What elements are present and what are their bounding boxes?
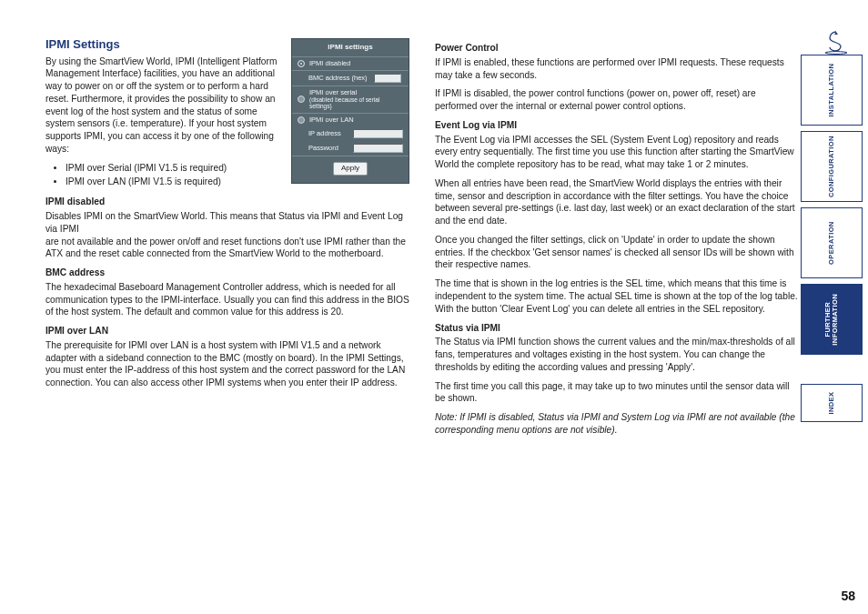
heading-ipmi-disabled: IPMI disabled	[45, 196, 409, 208]
shot-pwd-row: Password	[292, 141, 409, 156]
ipmi-settings-screenshot: IPMI settings IPMI disabled BMC address …	[291, 38, 409, 184]
shot-opt-disabled[interactable]: IPMI disabled	[292, 56, 409, 70]
shot-pwd-input[interactable]	[353, 144, 403, 153]
shot-bmc-input[interactable]	[374, 74, 401, 83]
adder-snake-icon	[823, 31, 850, 55]
para-power-1: If IPMI is enabled, these functions are …	[435, 56, 799, 82]
heading-bmc-address: BMC address	[45, 267, 409, 279]
tab-further-information[interactable]: FURTHER INFORMATION	[801, 284, 863, 355]
shot-bmc-row: BMC address (hex)	[292, 70, 409, 86]
para-bmc: The hexadecimal Baseboard Management Con…	[45, 281, 409, 318]
shot-title: IPMI settings	[292, 39, 409, 56]
para-event-3: Once you changed the filter settings, cl…	[435, 234, 799, 271]
heading-event-log: Event Log via IPMI	[435, 119, 799, 132]
shot-ip-row: IP address	[292, 126, 409, 141]
side-tabs: INSTALLATION CONFIGURATION OPERATION FUR…	[801, 55, 863, 422]
shot-opt-lan[interactable]: IPMI over LAN	[292, 113, 409, 126]
para-power-2: If IPMI is disabled, the power control f…	[435, 87, 799, 113]
right-column: Power Control If IPMI is enabled, these …	[435, 36, 799, 443]
para-event-4: The time that is shown in the log entrie…	[435, 277, 799, 315]
tab-configuration[interactable]: CONFIGURATION	[801, 131, 863, 202]
tab-index[interactable]: INDEX	[801, 384, 863, 422]
note-ipmi-disabled: Note: If IPMI is disabled, Status via IP…	[435, 411, 799, 437]
shot-opt-serial[interactable]: IPMI over serial (disabled because of se…	[292, 86, 409, 113]
para-status-2: The first time you call this page, it ma…	[435, 380, 799, 406]
svg-point-0	[825, 52, 847, 55]
para-status-1: The Status via IPMI function shows the c…	[435, 336, 799, 373]
heading-power-control: Power Control	[435, 42, 799, 55]
radio-icon	[298, 96, 305, 103]
radio-icon	[298, 60, 305, 67]
para-event-1: The Event Log via IPMI accesses the SEL …	[435, 134, 799, 171]
para-lan: The prerequisite for IPMI over LAN is a …	[45, 339, 409, 389]
tab-installation[interactable]: INSTALLATION	[801, 55, 863, 126]
page-number: 58	[841, 589, 855, 603]
left-column: IPMI settings IPMI disabled BMC address …	[45, 36, 409, 443]
radio-icon	[298, 116, 305, 124]
shot-ip-input[interactable]	[353, 129, 403, 138]
tab-operation[interactable]: OPERATION	[801, 207, 863, 278]
para-ipmi-disabled-1: Disables IPMI on the SmartView World. Th…	[45, 210, 409, 236]
para-ipmi-disabled-2: are not available and the power on/off a…	[45, 236, 409, 261]
para-event-2: When all entries have been read, the Sma…	[435, 177, 799, 227]
heading-status-via-ipmi: Status via IPMI	[435, 322, 799, 335]
heading-ipmi-over-lan: IPMI over LAN	[45, 325, 409, 337]
shot-apply-button[interactable]: Apply	[333, 162, 368, 176]
